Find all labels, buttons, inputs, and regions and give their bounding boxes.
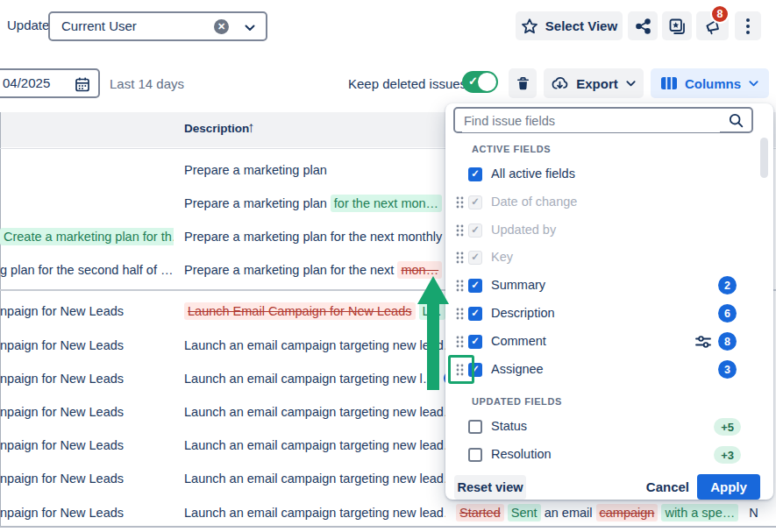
drag-handle-icon[interactable] bbox=[455, 195, 465, 209]
checkbox-checked[interactable]: ✓ bbox=[468, 335, 482, 349]
description-cell: Prepare a marketing plan for the next mo… bbox=[184, 220, 445, 253]
clear-filter-icon[interactable]: ✕ bbox=[214, 19, 229, 34]
drag-handle-icon[interactable] bbox=[455, 279, 465, 293]
field-count-badge: 8 bbox=[718, 332, 737, 351]
saved-views-icon bbox=[667, 17, 687, 36]
columns-button[interactable]: Columns bbox=[651, 68, 769, 98]
description-cell: Launch an email campaign targeting new l… bbox=[184, 395, 445, 429]
comment-cell: Started Sent an email campaign with a sp… bbox=[456, 496, 772, 529]
annotation-arrow-head bbox=[417, 276, 449, 304]
field-search[interactable] bbox=[453, 107, 753, 133]
table-row[interactable]: npaign for New Leads Launch an email cam… bbox=[0, 496, 776, 529]
chevron-down-icon bbox=[625, 78, 637, 89]
star-icon bbox=[521, 18, 538, 35]
field-row-comment[interactable]: ✓ Comment 8 bbox=[445, 328, 773, 356]
chevron-down-icon bbox=[748, 78, 759, 89]
field-row-assignee[interactable]: ✓ Assignee 3 bbox=[445, 356, 773, 384]
export-download-icon bbox=[551, 74, 569, 93]
checkbox-checked[interactable]: ✓ bbox=[468, 307, 482, 321]
removed-text: Launch Email Campaign for New Leads bbox=[184, 302, 416, 320]
added-text: with a spe… bbox=[661, 504, 738, 521]
date-value: 04/2025 bbox=[3, 75, 50, 90]
summary-cell: npaign for New Leads bbox=[0, 395, 174, 429]
select-view-button[interactable]: Select View bbox=[516, 11, 623, 40]
delete-button[interactable] bbox=[509, 68, 537, 98]
kebab-dot bbox=[746, 31, 750, 34]
description-cell: Prepare a marketing plan bbox=[184, 153, 445, 187]
field-count-badge: 3 bbox=[718, 360, 737, 379]
toggle-knob bbox=[478, 73, 496, 91]
annotation-arrow-shaft bbox=[427, 303, 439, 390]
description-cell: Prepare a marketing plan for the next mo… bbox=[184, 253, 445, 287]
removed-text: Started bbox=[456, 504, 504, 521]
field-row-key: ✓ Key bbox=[445, 244, 773, 272]
field-extra-pill: +5 bbox=[714, 418, 741, 436]
field-count-badge: 2 bbox=[718, 276, 737, 294]
updated-by-value: Current User bbox=[61, 18, 137, 33]
field-row-updated-by: ✓ Updated by bbox=[445, 216, 773, 245]
description-cell: Launch an email campaign targeting new l… bbox=[184, 429, 445, 462]
updated-by-select[interactable]: Current User ✕ bbox=[48, 11, 267, 41]
columns-icon bbox=[660, 76, 678, 90]
apply-button[interactable]: Apply bbox=[697, 474, 760, 500]
checkbox-checked[interactable]: ✓ bbox=[468, 279, 482, 293]
field-extra-pill: +3 bbox=[714, 446, 741, 464]
removed-text: campaign bbox=[596, 504, 659, 521]
summary-cell: npaign for New Leads bbox=[0, 362, 174, 395]
summary-cell: npaign for New Leads bbox=[0, 496, 174, 529]
description-cell: Launch Email Campaign for New Leads L… bbox=[184, 294, 445, 328]
drag-handle-icon[interactable] bbox=[455, 251, 465, 265]
field-search-input[interactable] bbox=[462, 110, 720, 132]
checkbox-checked[interactable]: ✓ bbox=[468, 167, 482, 181]
date-range-input[interactable]: 04/2025 bbox=[0, 68, 100, 98]
table-bottom-border bbox=[0, 526, 776, 528]
field-row-date-of-change: ✓ Date of change bbox=[445, 188, 773, 216]
summary-cell: g plan for the second half of … bbox=[0, 253, 174, 287]
field-row-status[interactable]: Status +5 bbox=[445, 413, 773, 441]
keep-deleted-label: Keep deleted issues bbox=[348, 76, 466, 91]
drag-handle-icon[interactable] bbox=[455, 335, 465, 349]
sort-ascending-icon[interactable]: ↑ bbox=[247, 119, 255, 137]
summary-cell: Create a marketing plan for th… bbox=[0, 220, 174, 253]
drag-handle-icon[interactable] bbox=[455, 223, 465, 238]
share-button[interactable] bbox=[628, 11, 658, 40]
columns-label: Columns bbox=[685, 76, 741, 91]
description-column-header[interactable]: Description bbox=[184, 122, 249, 135]
app-screen: Updated by: Current User ✕ Select View 8… bbox=[0, 0, 776, 532]
summary-cell: npaign for New Leads bbox=[0, 462, 174, 495]
description-cell: Launch an email campaign targeting new l… bbox=[184, 362, 445, 395]
field-row-description[interactable]: ✓ Description 6 bbox=[445, 300, 773, 328]
kebab-dot bbox=[746, 18, 750, 22]
field-row-resolution[interactable]: Resolution +3 bbox=[445, 441, 773, 469]
checkbox-disabled: ✓ bbox=[468, 223, 482, 238]
cancel-button[interactable]: Cancel bbox=[646, 479, 689, 494]
summary-cell: npaign for New Leads bbox=[0, 429, 174, 462]
field-row-all-active[interactable]: ✓ All active fields bbox=[445, 160, 773, 188]
keep-deleted-toggle[interactable]: ✓ bbox=[462, 71, 498, 93]
description-cell: Prepare a marketing plan for the next mo… bbox=[184, 187, 445, 220]
description-cell: Launch an email campaign targeting new l… bbox=[184, 496, 445, 529]
saved-views-button[interactable] bbox=[662, 11, 692, 40]
updated-fields-section-label: UPDATED FIELDS bbox=[472, 396, 562, 407]
export-button[interactable]: Export bbox=[544, 68, 644, 98]
field-count-badge: 6 bbox=[718, 304, 737, 323]
added-text: for the next mon… bbox=[331, 195, 442, 212]
range-label: Last 14 days bbox=[110, 76, 184, 91]
checkbox-disabled: ✓ bbox=[468, 195, 482, 209]
share-icon bbox=[634, 18, 651, 35]
columns-panel: ACTIVE FIELDS ✓ All active fields ✓ Date… bbox=[445, 103, 773, 500]
checkbox-unchecked[interactable] bbox=[468, 420, 482, 434]
calendar-icon[interactable] bbox=[74, 75, 91, 93]
checkbox-disabled: ✓ bbox=[468, 251, 482, 265]
reset-view-button[interactable]: Reset view bbox=[454, 475, 526, 500]
comment-filter-icon[interactable] bbox=[694, 333, 712, 351]
more-menu-button[interactable] bbox=[735, 11, 761, 40]
summary-cell: npaign for New Leads bbox=[0, 294, 174, 328]
field-row-summary[interactable]: ✓ Summary 2 bbox=[445, 272, 773, 300]
chevron-down-icon bbox=[244, 22, 256, 34]
kebab-dot bbox=[746, 25, 750, 28]
checkbox-unchecked[interactable] bbox=[468, 448, 482, 462]
toggle-check-icon: ✓ bbox=[468, 74, 478, 88]
drag-handle-icon[interactable] bbox=[455, 307, 465, 321]
active-fields-section-label: ACTIVE FIELDS bbox=[472, 144, 551, 154]
